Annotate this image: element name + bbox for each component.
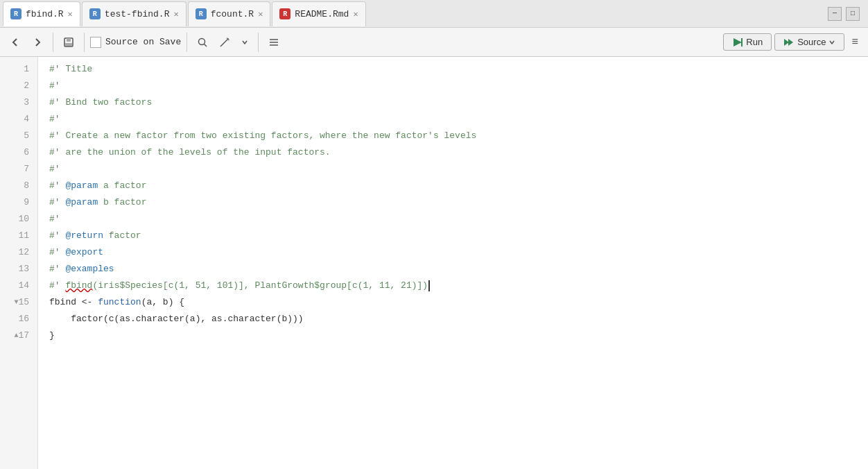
line-num-2: 2	[0, 78, 37, 94]
run-icon	[732, 37, 743, 47]
line-num-6: 6	[0, 144, 37, 161]
cursor	[428, 280, 430, 291]
code-line-7: #'	[49, 161, 868, 178]
maximize-button[interactable]: □	[846, 7, 860, 21]
tab-fcount[interactable]: R fcount.R ✕	[188, 1, 271, 26]
svg-point-3	[199, 38, 205, 44]
code-line-13: #' @examples	[49, 261, 868, 278]
run-label: Run	[746, 37, 763, 47]
tab-label-test-fbind: test-fbind.R	[105, 9, 170, 19]
back-button[interactable]	[6, 34, 25, 51]
svg-line-5	[220, 41, 226, 46]
code-line-9: #' @param b factor	[49, 194, 868, 211]
source-button[interactable]: Source	[774, 33, 844, 51]
search-button[interactable]	[193, 34, 212, 51]
save-button[interactable]	[59, 34, 78, 51]
code-line-3: #' Bind two factors	[49, 94, 868, 111]
source-run-icon	[783, 37, 795, 47]
tab-icon-test-fbind: R	[89, 8, 101, 19]
svg-marker-15	[784, 39, 789, 46]
tab-close-readme[interactable]: ✕	[353, 9, 358, 19]
line-num-5: 5	[0, 128, 37, 144]
toolbar-divider-2	[84, 33, 85, 52]
code-line-15: fbind <- function(a, b) {	[49, 294, 868, 311]
toolbar: Source on Save	[0, 28, 868, 57]
source-on-save-label: Source on Save	[105, 37, 181, 47]
line-numbers: 1 2 3 4 5 6 7 8 9 10 11 12 13 14 ▼ 15 16…	[0, 57, 38, 469]
run-button[interactable]: Run	[723, 33, 772, 51]
save-icon	[63, 37, 74, 48]
line-num-3: 3	[0, 94, 37, 111]
tab-label-fcount: fcount.R	[211, 9, 254, 19]
code-line-6: #' are the union of the levels of the in…	[49, 144, 868, 161]
code-line-14: #' fbind(iris$Species[c(1, 51, 101)], Pl…	[49, 278, 868, 294]
dropdown-arrow-button[interactable]	[237, 36, 252, 49]
tab-fbind[interactable]: R fbind.R ✕	[3, 1, 80, 26]
tab-close-fcount[interactable]: ✕	[258, 9, 263, 19]
svg-rect-2	[65, 43, 72, 46]
code-line-5: #' Create a new factor from two existing…	[49, 128, 868, 144]
line-num-14: 14	[0, 278, 37, 294]
tab-icon-readme: R	[279, 8, 290, 19]
tab-bar: R fbind.R ✕ R test-fbind.R ✕ R fcount.R …	[0, 0, 868, 28]
code-line-2: #'	[49, 78, 868, 94]
line-num-1: 1	[0, 61, 37, 78]
code-line-10: #'	[49, 211, 868, 228]
code-area[interactable]: #' Title #' #' Bind two factors #' #' Cr…	[38, 57, 868, 469]
window-controls: ─ □	[828, 7, 865, 21]
line-num-9: 9	[0, 194, 37, 211]
wand-icon	[219, 37, 230, 48]
toolbar-divider-1	[53, 33, 53, 52]
toolbar-divider-3	[186, 33, 187, 52]
lines-button[interactable]	[264, 34, 284, 51]
magic-button[interactable]	[215, 34, 234, 51]
code-line-16: factor(c(as.character(a), as.character(b…	[49, 311, 868, 327]
line-num-15: ▼ 15	[0, 294, 37, 311]
code-line-1: #' Title	[49, 61, 868, 78]
code-line-11: #' @return factor	[49, 228, 868, 244]
tab-close-fbind[interactable]: ✕	[68, 9, 73, 19]
lines-icon	[268, 37, 279, 48]
tab-close-test-fbind[interactable]: ✕	[173, 9, 178, 19]
code-line-4: #'	[49, 111, 868, 128]
source-dropdown-icon	[828, 39, 835, 46]
code-line-12: #' @export	[49, 244, 868, 261]
dropdown-arrow-icon	[241, 39, 248, 46]
line-num-12: 12	[0, 244, 37, 261]
search-icon	[197, 37, 208, 48]
toolbar-divider-4	[258, 33, 259, 52]
source-on-save-container: Source on Save	[90, 37, 181, 48]
line-num-11: 11	[0, 228, 37, 244]
back-icon	[10, 37, 21, 48]
forward-icon	[32, 37, 43, 48]
line-num-10: 10	[0, 211, 37, 228]
line-num-4: 4	[0, 111, 37, 128]
code-line-8: #' @param a factor	[49, 178, 868, 194]
forward-button[interactable]	[28, 34, 47, 51]
tab-label-fbind: fbind.R	[26, 9, 64, 19]
minimize-button[interactable]: ─	[828, 7, 842, 21]
source-on-save-checkbox[interactable]	[90, 37, 101, 48]
line-num-8: 8	[0, 178, 37, 194]
svg-marker-16	[788, 39, 793, 46]
line-num-17: ▲ 17	[0, 327, 37, 344]
line-num-16: 16	[0, 311, 37, 327]
tab-readme[interactable]: R README.Rmd ✕	[272, 1, 365, 26]
svg-line-4	[205, 44, 207, 46]
menu-button[interactable]: ≡	[847, 33, 862, 51]
svg-rect-1	[67, 38, 71, 42]
line-num-7: 7	[0, 161, 37, 178]
editor: 1 2 3 4 5 6 7 8 9 10 11 12 13 14 ▼ 15 16…	[0, 57, 868, 469]
svg-marker-13	[734, 38, 742, 46]
tab-test-fbind[interactable]: R test-fbind.R ✕	[82, 1, 186, 26]
tab-icon-fbind: R	[10, 8, 21, 19]
tab-icon-fcount: R	[196, 8, 207, 19]
toolbar-right: Run Source ≡	[723, 33, 862, 51]
example-func: fbind	[65, 279, 92, 293]
tab-label-readme: README.Rmd	[295, 9, 349, 19]
code-line-17: }	[49, 327, 868, 344]
source-label: Source	[797, 37, 826, 47]
line-num-13: 13	[0, 261, 37, 278]
